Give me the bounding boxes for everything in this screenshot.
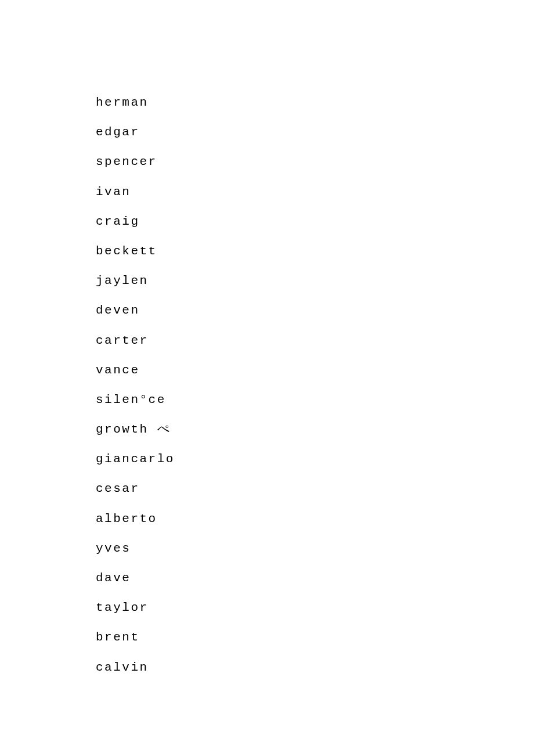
list-item: vance xyxy=(96,363,534,377)
list-item: beckett xyxy=(96,244,534,258)
list-item: jaylen xyxy=(96,273,534,288)
list-item: craig xyxy=(96,214,534,229)
list-item: ivan xyxy=(96,185,534,199)
list-item: brent xyxy=(96,630,534,645)
list-item: spencer xyxy=(96,154,534,169)
list-item: edgar xyxy=(96,125,534,139)
list-item: cesar xyxy=(96,481,534,496)
list-item: carter xyxy=(96,333,534,348)
list-item: dave xyxy=(96,571,534,585)
list-item: growth ぺ xyxy=(96,422,534,437)
list-item: deven xyxy=(96,303,534,318)
list-item: alberto xyxy=(96,512,534,526)
list-item: yves xyxy=(96,541,534,556)
list-item: herman xyxy=(96,95,534,110)
list-item: silen°ce xyxy=(96,393,534,407)
list-item: taylor xyxy=(96,600,534,615)
list-item: giancarlo xyxy=(96,452,534,466)
list-item: calvin xyxy=(96,660,534,675)
